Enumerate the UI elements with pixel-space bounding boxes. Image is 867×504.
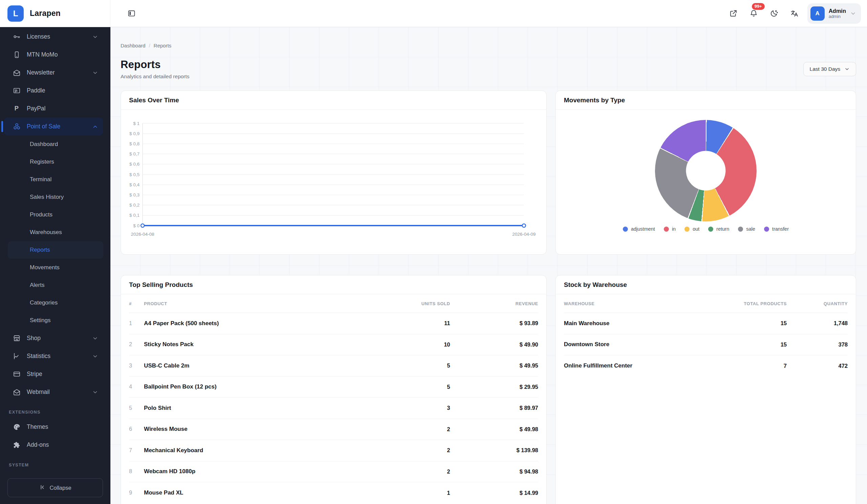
legend-item-in[interactable]: in [664,226,676,232]
chart-line-icon [13,352,21,360]
legend-item-sale[interactable]: sale [738,226,755,232]
sidebar-subitem-reports[interactable]: Reports [8,241,103,259]
puzzle-icon [13,441,21,449]
table-row: 3USB-C Cable 2m5$ 49.95 [129,355,538,377]
dark-mode-moon-icon[interactable] [767,6,782,21]
main-area: 99+ A Admin admin [110,0,867,504]
svg-text:$ 0,5: $ 0,5 [129,172,140,177]
sidebar-section-system: SYSTEM [0,454,110,471]
sidebar-item-licenses[interactable]: Licenses [4,28,103,46]
sidebar-item-label: Licenses [27,33,86,40]
sidebar-subitem-movements[interactable]: Movements [8,259,103,276]
breadcrumb-current: Reports [154,43,172,49]
column-header: TOTAL PRODUCTS [685,301,787,306]
brand-logo: L [8,6,24,22]
legend-label: adjustment [631,226,655,232]
legend-item-transfer[interactable]: transfer [764,226,789,232]
table-cell: 10 [376,341,450,348]
table-cell: 5 [129,405,144,411]
breadcrumb-dashboard[interactable]: Dashboard [120,43,145,49]
sidebar-subitem-warehouses[interactable]: Warehouses [8,224,103,241]
column-header: REVENUE [450,301,538,306]
table-row: Main Warehouse151,748 [564,313,848,334]
chevron-down-icon [850,11,856,17]
table-cell: Polo Shirt [144,405,376,411]
svg-text:2026-04-08: 2026-04-08 [131,232,154,237]
brand-name: Larapen [30,9,61,18]
table-cell: 2 [129,341,144,347]
receipt-icon [13,87,21,95]
language-translate-icon[interactable] [787,6,802,21]
legend-item-out[interactable]: out [684,226,699,232]
table-cell: Mouse Pad XL [144,490,376,496]
table-cell: 2 [376,447,450,453]
avatar: A [811,7,825,21]
top-products-card-title: Top Selling Products [129,281,193,289]
sidebar-subitem-settings[interactable]: Settings [8,312,103,329]
legend-item-return[interactable]: return [708,226,729,232]
sidebar-item-statistics[interactable]: Statistics [4,347,103,365]
legend-item-adjustment[interactable]: adjustment [623,226,655,232]
movements-card-title: Movements by Type [564,97,625,104]
sidebar-subitem-dashboard[interactable]: Dashboard [8,136,103,153]
sidebar-bottom: Collapse [0,478,110,504]
chevron-down-icon [92,353,98,360]
sidebar-item-newsletter[interactable]: Newsletter [4,64,103,82]
sidebar-subitem-terminal[interactable]: Terminal [8,171,103,188]
sidebar-toggle-button[interactable] [124,6,139,21]
table-cell: 472 [787,363,848,369]
movements-by-type-card: Movements by Type adjustmentinoutreturns… [555,90,856,255]
chevron-down-icon [92,34,98,40]
sidebar-item-stripe[interactable]: Stripe [4,365,103,383]
svg-text:$ 0,9: $ 0,9 [129,131,140,136]
external-link-icon[interactable] [726,6,741,21]
sidebar-subitem-sales-history[interactable]: Sales History [8,188,103,206]
sidebar-item-webmail[interactable]: Webmail [4,383,103,401]
sidebar-subitem-categories[interactable]: Categories [8,294,103,312]
svg-text:$ 0,8: $ 0,8 [129,141,140,146]
sidebar-item-shop[interactable]: Shop [4,329,103,347]
sidebar-item-label: Themes [27,423,98,430]
svg-text:$ 1: $ 1 [133,121,140,126]
collapse-sidebar-button[interactable]: Collapse [8,478,103,497]
sidebar-item-label: Point of Sale [27,123,86,130]
sidebar-item-themes[interactable]: Themes [4,418,103,436]
date-range-dropdown[interactable]: Last 30 Days [803,62,856,76]
top-selling-products-card: Top Selling Products #PRODUCTUNITS SOLDR… [120,275,547,504]
tables-row: Top Selling Products #PRODUCTUNITS SOLDR… [120,275,856,504]
user-meta: Admin admin [829,8,846,19]
sidebar-subitem-products[interactable]: Products [8,206,103,224]
legend-label: in [672,226,676,232]
collapse-icon [39,484,45,492]
legend-dot [623,227,628,232]
table-cell: $ 94.98 [450,469,538,475]
table-cell: $ 89.97 [450,405,538,411]
table-cell: 5 [376,384,450,390]
sidebar-item-point-of-sale[interactable]: Point of Sale [4,118,103,136]
table-cell: Online Fulfillment Center [564,362,685,369]
chevron-up-icon [92,124,98,130]
notifications-bell-icon[interactable]: 99+ [747,6,761,21]
table-cell: $ 93.89 [450,320,538,326]
sidebar-item-mtn-momo[interactable]: MTN MoMo [4,46,103,64]
sidebar-item-label: PayPal [27,105,98,112]
sidebar-item-add-ons[interactable]: Add-ons [4,436,103,454]
table-cell: 6 [129,426,144,432]
user-menu[interactable]: A Admin admin [807,3,861,24]
svg-text:$ 0,6: $ 0,6 [129,162,140,167]
store-icon [13,334,21,342]
sales-over-time-card: Sales Over Time $ 1$ 0,9$ 0,8$ 0,7$ 0,6$… [120,90,547,255]
table-cell: 378 [787,341,848,348]
sidebar-subitem-registers[interactable]: Registers [8,153,103,171]
table-cell: $ 49.95 [450,362,538,369]
sidebar-item-paypal[interactable]: PPayPal [4,99,103,118]
table-cell: USB-C Cable 2m [144,362,376,369]
sidebar-item-label: Newsletter [27,69,86,76]
table-row: 4Ballpoint Pen Box (12 pcs)5$ 29.95 [129,377,538,398]
collapse-label: Collapse [50,485,71,491]
sidebar-subitem-alerts[interactable]: Alerts [8,276,103,294]
table-cell: 1 [376,490,450,496]
table-cell: 8 [129,469,144,474]
sidebar-item-paddle[interactable]: Paddle [4,82,103,99]
table-cell: 1,748 [787,320,848,326]
